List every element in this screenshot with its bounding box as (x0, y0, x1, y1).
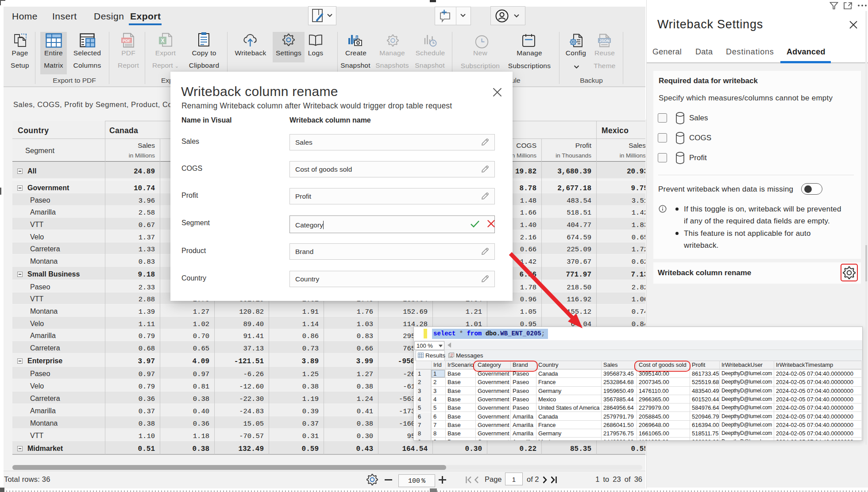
svg-text:X: X (161, 38, 164, 44)
svg-text:JSON: JSON (599, 38, 610, 43)
svg-text:PDF: PDF (123, 38, 131, 43)
